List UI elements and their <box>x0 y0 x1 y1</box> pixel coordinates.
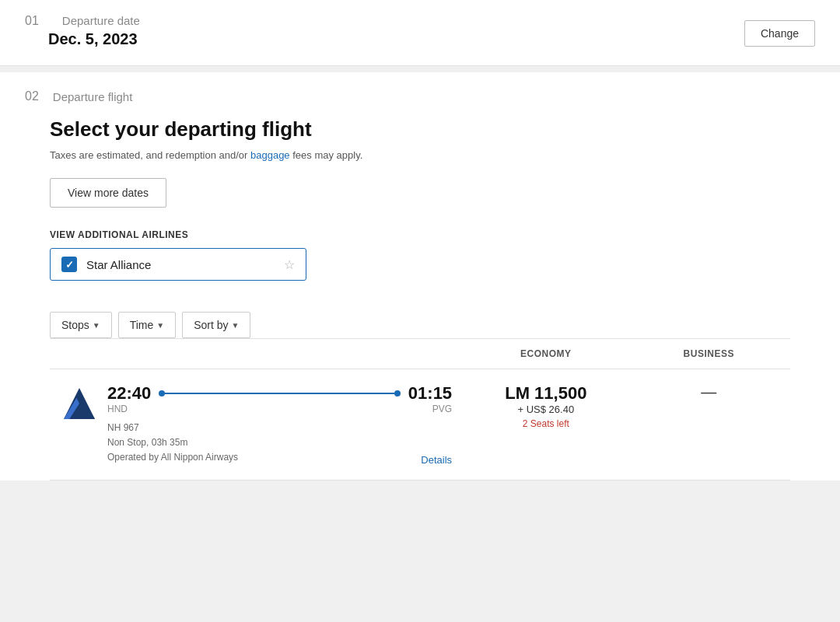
dot-left <box>159 390 165 397</box>
select-flight-heading: Select your departing flight <box>50 117 790 142</box>
flight-line <box>159 390 401 397</box>
section-02-body: Select your departing flight Taxes are e… <box>25 117 815 480</box>
section-02-header: 02 Departure flight <box>25 89 815 103</box>
economy-usd: + US$ 26.40 <box>477 404 614 415</box>
departure-date-value: Dec. 5, 2023 <box>48 30 140 48</box>
flight-meta-row: NH 967 Non Stop, 03h 35m Operated by All… <box>107 421 452 466</box>
details-link[interactable]: Details <box>421 454 452 466</box>
stops-filter-button[interactable]: Stops ▼ <box>50 312 112 338</box>
departure-date-label: Departure date <box>62 14 140 27</box>
sort-chevron-icon: ▼ <box>232 321 240 330</box>
star-alliance-icon: ☆ <box>284 257 295 272</box>
flight-meta: NH 967 Non Stop, 03h 35m Operated by All… <box>107 421 238 466</box>
depart-airport: HND <box>107 404 138 414</box>
taxes-note-prefix: Taxes are estimated, and redemption and/… <box>50 149 250 161</box>
flight-info-cell: 22:40 01:15 HND PVG <box>62 383 452 466</box>
filter-bar: Stops ▼ Time ▼ Sort by ▼ <box>50 302 790 339</box>
change-button[interactable]: Change <box>744 20 815 47</box>
step-number-01: 01 <box>25 14 39 28</box>
business-price: — <box>701 383 716 400</box>
filter-table-wrapper: Stops ▼ Time ▼ Sort by ▼ <box>50 302 790 480</box>
taxes-note-suffix: fees may apply. <box>290 149 363 161</box>
flight-detail-block: 22:40 01:15 HND PVG <box>107 383 452 466</box>
business-price-cell[interactable]: — <box>628 369 790 480</box>
operated-by: Operated by All Nippon Airways <box>107 452 238 463</box>
sort-by-label: Sort by <box>194 319 228 331</box>
table-row[interactable]: 22:40 01:15 HND PVG <box>50 369 790 480</box>
sort-by-filter-button[interactable]: Sort by ▼ <box>182 312 250 338</box>
step-number-02: 02 <box>25 89 39 103</box>
star-alliance-name: Star Alliance <box>86 258 278 271</box>
view-more-dates-button[interactable]: View more dates <box>50 178 166 208</box>
th-flight <box>50 339 464 369</box>
depart-time: 22:40 <box>107 383 151 404</box>
departure-flight-label: Departure flight <box>53 90 133 103</box>
airport-codes: HND PVG <box>107 404 452 414</box>
section-departure-flight: 02 Departure flight Select your departin… <box>0 72 840 480</box>
time-filter-button[interactable]: Time ▼ <box>118 312 177 338</box>
star-alliance-checkbox[interactable] <box>61 257 77 272</box>
economy-price-cell[interactable]: LM 11,500 + US$ 26.40 2 Seats left <box>464 369 627 480</box>
section-departure-date: 01 Departure date Dec. 5, 2023 Change <box>0 0 840 66</box>
airline-logo <box>62 386 96 421</box>
time-chevron-icon: ▼ <box>156 321 164 330</box>
time-label: Time <box>130 319 154 331</box>
taxes-note: Taxes are estimated, and redemption and/… <box>50 149 790 161</box>
view-additional-airlines-label: VIEW ADDITIONAL AIRLINES <box>50 229 790 240</box>
flight-number: NH 967 <box>107 422 139 433</box>
departure-date-info: 01 Departure date Dec. 5, 2023 <box>25 14 140 48</box>
th-economy: ECONOMY <box>464 339 627 369</box>
flights-table: ECONOMY BUSINESS <box>50 339 790 480</box>
stops-info: Non Stop, 03h 35m <box>107 437 187 448</box>
economy-miles: LM 11,500 <box>477 383 614 404</box>
baggage-link[interactable]: baggage <box>250 149 290 161</box>
arrive-airport: PVG <box>432 404 452 414</box>
arrive-time: 01:15 <box>408 383 452 404</box>
time-row: 22:40 01:15 <box>107 383 452 404</box>
th-business: BUSINESS <box>628 339 790 369</box>
seats-left-badge: 2 Seats left <box>477 418 614 429</box>
stops-chevron-icon: ▼ <box>93 321 100 330</box>
star-alliance-row[interactable]: Star Alliance ☆ <box>50 248 306 281</box>
stops-label: Stops <box>61 319 89 331</box>
route-line <box>165 393 394 394</box>
dot-right <box>394 390 401 397</box>
